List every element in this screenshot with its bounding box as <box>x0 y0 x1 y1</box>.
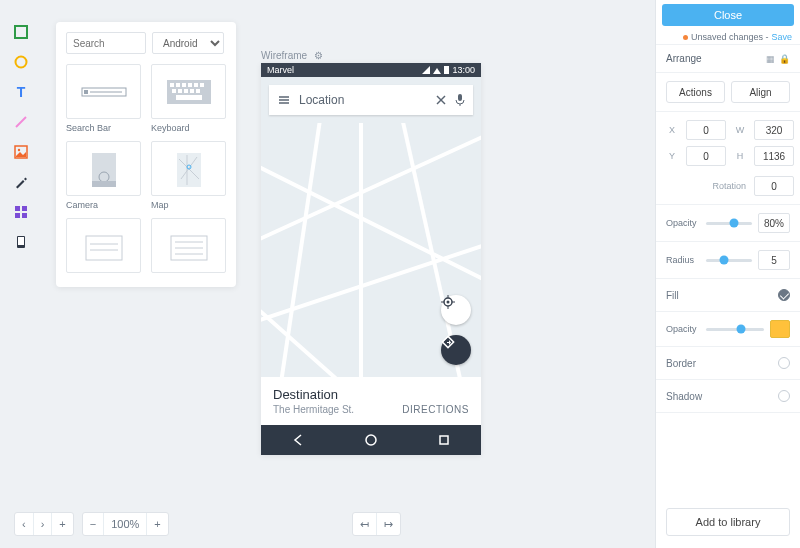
device-tool[interactable] <box>11 232 31 252</box>
actions-button[interactable]: Actions <box>666 81 725 103</box>
destination-card[interactable]: Destination The Hermitage St. DIRECTIONS <box>261 377 481 425</box>
pen-tool[interactable] <box>11 172 31 192</box>
svg-rect-8 <box>15 213 20 218</box>
directions-link[interactable]: DIRECTIONS <box>402 404 469 415</box>
add-page-button[interactable]: + <box>51 513 72 535</box>
component-label: Search Bar <box>66 123 141 133</box>
directions-icon <box>441 335 471 365</box>
border-toggle[interactable] <box>778 357 790 369</box>
radius-slider[interactable] <box>706 259 752 262</box>
lock-icon[interactable]: ▦ <box>766 54 775 64</box>
circle-tool[interactable] <box>11 52 31 72</box>
y-input[interactable] <box>686 146 726 166</box>
align-button[interactable]: Align <box>731 81 790 103</box>
pen-tool-icon <box>14 175 28 189</box>
svg-rect-26 <box>196 89 200 93</box>
svg-point-50 <box>447 301 450 304</box>
clock: 13:00 <box>452 65 475 75</box>
fill-color-swatch[interactable] <box>770 320 790 338</box>
add-to-library-button[interactable]: Add to library <box>666 508 790 536</box>
svg-point-29 <box>99 172 109 182</box>
opacity-value[interactable] <box>758 213 790 233</box>
tool-rail: T <box>6 22 36 252</box>
svg-rect-48 <box>458 94 462 101</box>
radius-value[interactable] <box>758 250 790 270</box>
back-icon[interactable] <box>291 433 305 447</box>
svg-rect-27 <box>176 95 202 100</box>
fill-row[interactable]: Fill <box>656 279 800 312</box>
hamburger-icon[interactable] <box>277 93 291 107</box>
rectangle-tool[interactable] <box>11 22 31 42</box>
w-input[interactable] <box>754 120 794 140</box>
svg-rect-20 <box>194 83 198 87</box>
gear-icon[interactable]: ⚙ <box>314 50 323 61</box>
svg-line-3 <box>16 117 26 127</box>
components-tool[interactable] <box>11 202 31 222</box>
android-navbar <box>261 425 481 455</box>
image-tool-icon <box>14 145 28 159</box>
x-input[interactable] <box>686 120 726 140</box>
mic-icon[interactable] <box>455 93 465 107</box>
component-card-generic2[interactable] <box>151 218 226 277</box>
component-card-map[interactable]: Map <box>151 141 226 210</box>
map-viewport[interactable] <box>261 123 481 377</box>
image-tool[interactable] <box>11 142 31 162</box>
fill-opacity-slider[interactable] <box>706 328 764 331</box>
lock-closed-icon[interactable]: 🔒 <box>779 54 790 64</box>
shadow-row[interactable]: Shadow <box>656 380 800 413</box>
svg-rect-23 <box>178 89 182 93</box>
svg-rect-13 <box>84 90 88 94</box>
map-search-bar[interactable]: Location <box>269 85 473 115</box>
component-card-keyboard[interactable]: Keyboard <box>151 64 226 133</box>
svg-rect-7 <box>22 206 27 211</box>
text-tool-icon: T <box>14 85 28 99</box>
arrange-header: Arrange ▦ 🔒 <box>656 45 800 73</box>
svg-rect-11 <box>18 237 24 245</box>
zoom-in-button[interactable]: + <box>146 513 167 535</box>
status-bar: Marvel 13:00 <box>261 63 481 77</box>
bottom-left-controls: ‹ › + − 100% + <box>14 512 169 536</box>
h-input[interactable] <box>754 146 794 166</box>
close-icon[interactable] <box>435 94 447 106</box>
prev-screen-button[interactable]: ↤ <box>353 513 376 535</box>
bottom-center-controls: ↤ ↦ <box>352 512 401 536</box>
component-label: Map <box>151 200 226 210</box>
shadow-toggle[interactable] <box>778 390 790 402</box>
redo-button[interactable]: › <box>33 513 52 535</box>
text-tool[interactable]: T <box>11 82 31 102</box>
svg-point-1 <box>16 57 27 68</box>
svg-rect-22 <box>172 89 176 93</box>
phone-artboard[interactable]: Marvel 13:00 Location Destination The He… <box>261 63 481 455</box>
artboard-label[interactable]: Wireframe ⚙ <box>261 50 323 61</box>
svg-point-5 <box>18 149 20 151</box>
rectangle-tool-icon <box>14 25 28 39</box>
platform-select[interactable]: Android <box>152 32 224 54</box>
component-search-input[interactable] <box>66 32 146 54</box>
svg-point-30 <box>95 184 97 186</box>
next-screen-button[interactable]: ↦ <box>376 513 400 535</box>
locate-fab[interactable] <box>441 295 471 325</box>
line-tool-icon <box>14 115 28 129</box>
recents-icon[interactable] <box>437 433 451 447</box>
fill-toggle[interactable] <box>778 289 790 301</box>
svg-rect-21 <box>200 83 204 87</box>
zoom-value[interactable]: 100% <box>103 513 146 535</box>
save-link[interactable]: Save <box>771 32 792 42</box>
border-row[interactable]: Border <box>656 347 800 380</box>
line-tool[interactable] <box>11 112 31 132</box>
component-label: Camera <box>66 200 141 210</box>
rotation-input[interactable] <box>754 176 794 196</box>
opacity-slider[interactable] <box>706 222 752 225</box>
component-card-searchbar[interactable]: Search Bar <box>66 64 141 133</box>
close-button[interactable]: Close <box>662 4 794 26</box>
component-card-camera[interactable]: Camera <box>66 141 141 210</box>
component-card-generic1[interactable] <box>66 218 141 277</box>
svg-text:T: T <box>17 85 26 99</box>
zoom-out-button[interactable]: − <box>83 513 103 535</box>
home-icon[interactable] <box>364 433 378 447</box>
undo-button[interactable]: ‹ <box>15 513 33 535</box>
svg-rect-18 <box>182 83 186 87</box>
svg-rect-57 <box>440 436 448 444</box>
svg-rect-24 <box>184 89 188 93</box>
directions-fab[interactable] <box>441 335 471 365</box>
